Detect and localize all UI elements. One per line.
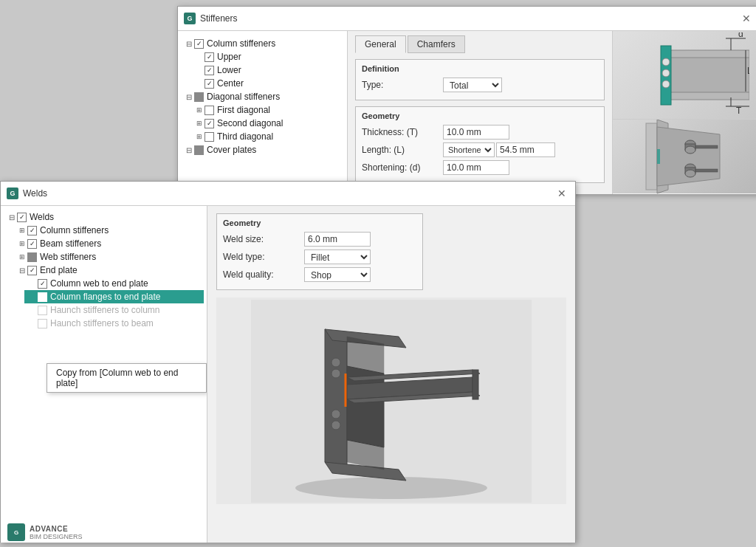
thickness-label: Thickness: (T) [362, 127, 443, 137]
checkbox-col-web-end-plate[interactable] [38, 279, 47, 289]
tree-item-column-stiffeners[interactable]: ⊟ Column stiffeners [181, 37, 344, 50]
svg-point-37 [331, 358, 340, 367]
svg-point-20 [685, 146, 695, 154]
stiffeners-tree-panel: ⊟ Column stiffeners ⊟ Upper ⊟ Lower ⊟ Ce… [178, 31, 348, 194]
type-row: Type: Total [362, 78, 598, 92]
expand-cover-plates[interactable]: ⊟ [184, 145, 194, 155]
checkbox-lower[interactable] [205, 66, 214, 75]
tree-item-welds-end-plate[interactable]: ⊟ End plate [14, 264, 204, 277]
checkbox-third-diagonal[interactable] [205, 132, 214, 142]
checkbox-upper[interactable] [205, 52, 214, 62]
svg-rect-1 [668, 50, 749, 58]
label-col-flanges-end-plate: Column flanges to end plate [50, 292, 160, 302]
label-first-diagonal: First diagonal [217, 105, 270, 115]
tree-item-lower[interactable]: ⊟ Lower [191, 63, 344, 77]
expand-welds-end-plate[interactable]: ⊟ [17, 265, 27, 275]
stiffeners-titlebar: G Stiffeners ✕ [178, 7, 756, 31]
expand-diagonal[interactable]: ⊟ [184, 92, 194, 102]
expand-welds-web-stiff[interactable]: ⊞ [17, 252, 27, 262]
shortening-input[interactable] [443, 160, 509, 175]
thickness-row: Thickness: (T) [362, 125, 598, 140]
svg-point-6 [662, 80, 670, 88]
tab-general[interactable]: General [355, 35, 406, 53]
checkbox-welds-end-plate[interactable] [27, 266, 37, 275]
weld-type-select[interactable]: Fillet [304, 250, 371, 264]
label-welds-col-stiff: Column stiffeners [40, 225, 109, 235]
svg-rect-0 [668, 55, 749, 95]
welds-close-button[interactable]: ✕ [554, 186, 569, 201]
expand-first-diag[interactable]: ⊞ [194, 105, 205, 115]
weld-size-input[interactable] [304, 232, 371, 247]
svg-rect-2 [668, 92, 749, 100]
tree-item-column-flanges-end-plate[interactable]: ⊟ Column flanges to end plate [24, 290, 204, 303]
label-center: Center [217, 78, 244, 89]
tree-item-welds-column-stiffeners[interactable]: ⊞ Column stiffeners [14, 224, 204, 237]
type-label: Type: [362, 80, 443, 90]
tree-item-first-diagonal[interactable]: ⊞ First diagonal [191, 103, 344, 117]
type-select[interactable]: Total [443, 78, 502, 92]
bolt-group-svg [624, 116, 749, 194]
svg-rect-26 [657, 149, 660, 164]
tree-item-welds-beam-stiffeners[interactable]: ⊞ Beam stiffeners [14, 237, 204, 250]
label-welds-end-plate: End plate [40, 265, 78, 275]
length-input[interactable] [496, 142, 555, 157]
welds-dialog: G Welds ✕ ⊟ Welds ⊞ Column stiffeners ⊞ [0, 181, 576, 543]
tree-item-welds-web-stiffeners[interactable]: ⊞ Web stiffeners [14, 250, 204, 264]
checkbox-welds-beam-stiff[interactable] [27, 239, 37, 249]
tree-item-cover-plates[interactable]: ⊟ Cover plates [181, 143, 344, 156]
checkbox-first-diagonal[interactable] [205, 106, 214, 115]
length-label: Length: (L) [362, 145, 443, 155]
expand-column-stiffeners[interactable]: ⊟ [184, 38, 194, 49]
svg-rect-24 [695, 145, 718, 148]
connection-diagram-svg: d L T [624, 32, 749, 117]
svg-text:T: T [736, 106, 742, 116]
label-second-diagonal: Second diagonal [217, 118, 283, 128]
brand-sub: BIM DESIGNERS [30, 533, 83, 540]
svg-point-40 [331, 421, 340, 430]
tree-item-diagonal-stiffeners[interactable]: ⊟ Diagonal stiffeners [181, 90, 344, 103]
shortening-row: Shortening: (d) [362, 160, 598, 175]
welds-3d-preview [216, 297, 566, 504]
stiffeners-properties: General Chamfers Definition Type: Total … [348, 31, 612, 194]
context-menu-copy[interactable]: Copy from [Column web to end plate] [47, 364, 206, 392]
tree-item-center[interactable]: ⊟ Center [191, 77, 344, 90]
weld-quality-row: Weld quality: Shop [223, 267, 416, 282]
expand-welds-beam-stiff[interactable]: ⊞ [17, 238, 27, 249]
checkbox-column-stiffeners[interactable] [194, 39, 204, 49]
tree-item-column-web-end-plate[interactable]: ⊟ Column web to end plate [24, 277, 204, 290]
welds-geometry-group: Geometry Weld size: Weld type: Fillet We… [216, 213, 423, 290]
expand-welds-root[interactable]: ⊟ [7, 212, 17, 222]
svg-text:d: d [738, 32, 743, 39]
svg-marker-29 [325, 329, 347, 469]
expand-second-diag[interactable]: ⊞ [194, 118, 205, 128]
tree-item-second-diagonal[interactable]: ⊞ Second diagonal [191, 117, 344, 130]
checkbox-center[interactable] [205, 79, 214, 89]
label-welds-beam-stiff: Beam stiffeners [40, 238, 101, 249]
thickness-input[interactable] [443, 125, 509, 140]
checkbox-diagonal[interactable] [194, 92, 204, 102]
welds-body: ⊟ Welds ⊞ Column stiffeners ⊞ Beam stiff… [1, 206, 575, 543]
weld-quality-select[interactable]: Shop [304, 267, 371, 282]
weld-type-label: Weld type: [223, 252, 304, 262]
stiffeners-body: ⊟ Column stiffeners ⊟ Upper ⊟ Lower ⊟ Ce… [178, 31, 756, 194]
checkbox-second-diagonal[interactable] [205, 119, 214, 128]
tree-item-upper[interactable]: ⊟ Upper [191, 50, 344, 63]
checkbox-welds-root[interactable] [17, 213, 27, 222]
checkbox-col-flanges-end-plate[interactable] [38, 292, 47, 302]
definition-label: Definition [362, 64, 598, 73]
stiffeners-close-button[interactable]: ✕ [739, 11, 754, 26]
tab-chamfers[interactable]: Chamfers [408, 35, 465, 53]
tree-item-third-diagonal[interactable]: ⊞ Third diagonal [191, 130, 344, 143]
stiffeners-tabs: General Chamfers [355, 35, 605, 53]
svg-rect-25 [695, 169, 718, 172]
length-mode-select[interactable]: Shortened [443, 142, 495, 157]
label-haunch-col: Haunch stiffeners to column [50, 305, 160, 315]
expand-welds-col-stiff[interactable]: ⊞ [17, 225, 27, 235]
checkbox-cover-plates[interactable] [194, 145, 204, 155]
tree-item-welds-root[interactable]: ⊟ Welds [4, 210, 204, 224]
definition-group: Definition Type: Total [355, 59, 605, 100]
expand-third-diag[interactable]: ⊞ [194, 131, 205, 142]
checkbox-welds-web-stiff[interactable] [27, 252, 37, 262]
svg-point-5 [662, 69, 670, 77]
checkbox-welds-col-stiff[interactable] [27, 226, 37, 235]
